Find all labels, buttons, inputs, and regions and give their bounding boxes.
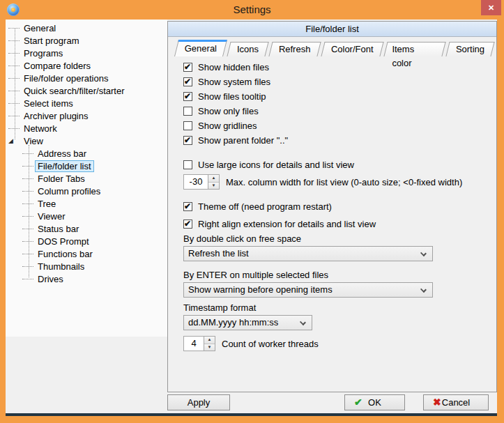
checkbox-box[interactable]: [183, 160, 192, 169]
sidebar-item-general[interactable]: General: [6, 22, 167, 34]
tree-connector: [22, 166, 33, 167]
tree-connector: [8, 53, 20, 54]
double-click-select[interactable]: Refresh the list: [183, 246, 433, 261]
chevron-down-icon: [300, 319, 306, 325]
max-column-width-value[interactable]: -30: [183, 174, 208, 190]
sidebar-item-address-bar[interactable]: Address bar: [6, 147, 167, 160]
sidebar-item-programs[interactable]: Programs: [6, 47, 167, 59]
tree-expanded-icon[interactable]: [8, 138, 20, 144]
close-button[interactable]: ✕: [481, 0, 501, 15]
tree-connector: [22, 229, 33, 229]
tab-items-color[interactable]: Items color: [383, 42, 445, 56]
tree-connector: [22, 241, 33, 242]
cancel-button-label: Cancel: [442, 397, 470, 408]
sidebar-item-file-folder-operations[interactable]: File/folder operations: [6, 72, 167, 84]
sidebar-item-view[interactable]: View: [6, 134, 167, 147]
tree-connector: [8, 116, 20, 116]
checkbox-show-gridlines[interactable]: Show gridlines: [183, 119, 257, 132]
checkbox-box[interactable]: [183, 77, 192, 86]
ok-button-label: OK: [368, 397, 381, 408]
checkbox-show-system-files[interactable]: Show system files: [183, 75, 270, 88]
titlebar: Settings ✕: [0, 0, 504, 20]
tree-connector: [22, 178, 33, 179]
checkbox-box[interactable]: [183, 202, 192, 211]
tab-refresh[interactable]: Refresh: [269, 42, 321, 56]
checkbox-box[interactable]: [183, 107, 192, 116]
tree-connector: [8, 91, 20, 91]
tree-connector: [22, 203, 33, 204]
sidebar-item-tree[interactable]: Tree: [6, 197, 167, 210]
sidebar-item-file-folder-list[interactable]: File/folder list: [6, 160, 167, 172]
ok-button[interactable]: ✔ OK: [344, 394, 405, 410]
tree-connector: [8, 66, 20, 66]
worker-threads-value[interactable]: 4: [183, 336, 204, 351]
x-icon: ✖: [433, 395, 441, 410]
sidebar-item-network[interactable]: Network: [6, 122, 167, 134]
spinner-buttons: [204, 336, 215, 351]
enter-multiple-value: Show warning before opening items: [188, 284, 333, 295]
sidebar-item-folder-tabs[interactable]: Folder Tabs: [6, 172, 167, 185]
double-click-label: By double click on free space: [183, 233, 301, 244]
double-click-value: Refresh the list: [188, 248, 249, 259]
settings-tree: General Start program Programs Compare f…: [6, 22, 167, 285]
sidebar-item-viewer[interactable]: Viewer: [6, 210, 167, 222]
spin-down-icon[interactable]: [208, 182, 219, 190]
enter-multiple-select[interactable]: Show warning before opening items: [183, 282, 433, 298]
timestamp-format-value: dd.MM.yyyy hh:mm:ss: [188, 317, 278, 328]
checkbox-box[interactable]: [183, 121, 192, 130]
checkbox-box[interactable]: [183, 136, 192, 145]
sidebar-tree-panel: General Start program Programs Compare f…: [6, 20, 167, 337]
sidebar-item-compare-folders[interactable]: Compare folders: [6, 59, 167, 72]
chevron-down-icon: [420, 286, 427, 293]
spin-up-icon[interactable]: [204, 337, 215, 344]
tree-connector: [22, 153, 33, 154]
sidebar-item-column-profiles[interactable]: Column profiles: [6, 185, 167, 197]
options-panel: File/folder list General Icons Refresh C…: [167, 21, 497, 392]
checkbox-show-parent-folder[interactable]: Show parent folder "..": [183, 134, 288, 146]
checkbox-box[interactable]: [183, 92, 192, 101]
tab-general[interactable]: General: [174, 40, 227, 56]
sidebar-item-start-program[interactable]: Start program: [6, 34, 167, 47]
checkbox-show-files-tooltip[interactable]: Show files tooltip: [183, 90, 266, 102]
chevron-down-icon: [420, 250, 427, 256]
tree-connector: [22, 216, 33, 217]
apply-button[interactable]: Apply: [167, 394, 230, 410]
bottom-edge: [6, 413, 497, 416]
max-column-width-spinner[interactable]: -30: [183, 174, 220, 190]
sidebar-item-select-items[interactable]: Select items: [6, 97, 167, 109]
tree-connector: [8, 103, 20, 104]
close-icon: ✕: [488, 4, 494, 12]
sidebar-item-status-bar[interactable]: Status bar: [6, 222, 167, 235]
timestamp-format-select[interactable]: dd.MM.yyyy hh:mm:ss: [183, 315, 312, 330]
sidebar-item-archiver-plugins[interactable]: Archiver plugins: [6, 109, 167, 122]
panel-title: File/folder list: [168, 22, 496, 37]
checkbox-box[interactable]: [183, 63, 192, 72]
worker-threads-row: 4 Count of worker threads: [183, 335, 319, 352]
checkbox-box[interactable]: [183, 220, 192, 229]
checkbox-show-only-files[interactable]: Show only files: [183, 105, 259, 117]
sidebar-item-dos-prompt[interactable]: DOS Prompt: [6, 235, 167, 247]
cancel-button[interactable]: ✖ Cancel: [423, 394, 489, 410]
sidebar-item-quick-search[interactable]: Quick search/filter/starter: [6, 84, 167, 97]
checkbox-use-large-icons[interactable]: Use large icons for details and list vie…: [183, 158, 354, 171]
sidebar-item-drives[interactable]: Drives: [6, 272, 167, 285]
sidebar-item-thumbnails[interactable]: Thumbnails: [6, 260, 167, 272]
dialog-content: General Start program Programs Compare f…: [6, 20, 497, 416]
tree-connector: [22, 266, 33, 267]
check-icon: ✔: [354, 395, 362, 410]
worker-threads-spinner[interactable]: 4: [183, 336, 215, 351]
enter-multiple-label: By ENTER on multiple selected files: [183, 270, 328, 280]
tab-icons[interactable]: Icons: [227, 42, 269, 56]
sidebar-item-functions-bar[interactable]: Functions bar: [6, 247, 167, 260]
spin-down-icon[interactable]: [204, 344, 215, 351]
window-title: Settings: [0, 3, 504, 15]
checkbox-theme-off[interactable]: Theme off (need program restart): [183, 200, 332, 213]
tree-connector: [8, 128, 20, 129]
spin-up-icon[interactable]: [208, 175, 219, 182]
tab-sorting[interactable]: Sorting: [445, 42, 494, 56]
checkbox-right-align-extension[interactable]: Right align extension for details and li…: [183, 217, 376, 230]
checkbox-show-hidden-files[interactable]: Show hidden files: [183, 61, 269, 73]
settings-window: Settings ✕ General Start program Program…: [0, 0, 504, 423]
tab-bar: General Icons Refresh Color/Font Items c…: [176, 40, 496, 56]
tab-color-font[interactable]: Color/Font: [321, 42, 383, 56]
